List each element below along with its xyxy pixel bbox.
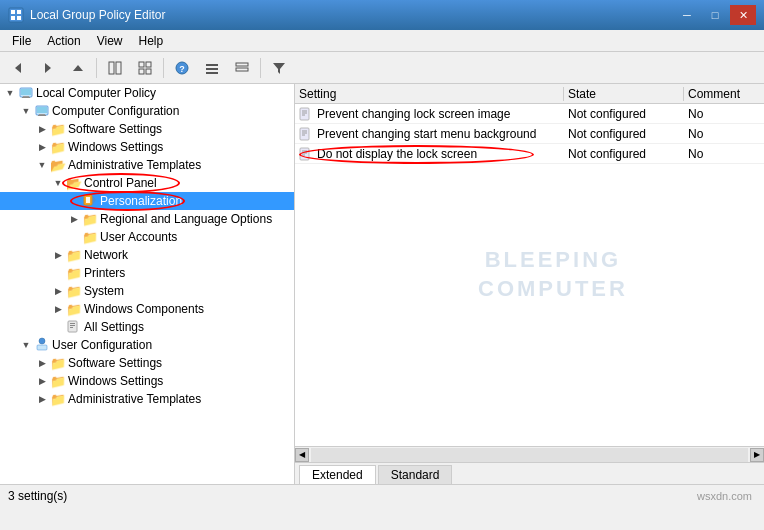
tree-item-system[interactable]: ▶ 📁 System xyxy=(0,282,294,300)
svg-rect-18 xyxy=(206,72,218,74)
maximize-button[interactable]: □ xyxy=(702,5,728,25)
watermark: BLEEPING COMPUTER xyxy=(478,246,628,303)
right-pane-wrapper: Setting State Comment BLEEPING COMPUTER xyxy=(295,84,764,484)
tab-extended[interactable]: Extended xyxy=(299,465,376,484)
svg-rect-29 xyxy=(38,115,46,116)
col-header-setting[interactable]: Setting xyxy=(295,87,564,101)
title-bar-left: Local Group Policy Editor xyxy=(8,7,165,23)
icon-regional-language: 📁 xyxy=(82,212,98,227)
tree-item-uc-administrative-templates[interactable]: ▶ 📁 Administrative Templates xyxy=(0,390,294,408)
label-uc-software-settings: Software Settings xyxy=(68,356,162,370)
svg-rect-25 xyxy=(22,97,30,98)
cell-setting-2: Prevent changing start menu background xyxy=(295,127,564,141)
icon-administrative-templates: 📂 xyxy=(50,158,66,173)
menu-bar: File Action View Help xyxy=(0,30,764,52)
view2-button[interactable] xyxy=(131,55,159,81)
expander-uc-windows-settings: ▶ xyxy=(34,376,50,386)
app-icon xyxy=(8,7,24,23)
icon-network: 📁 xyxy=(66,248,82,263)
tree-item-software-settings[interactable]: ▶ 📁 Software Settings xyxy=(0,120,294,138)
icon-software-settings: 📁 xyxy=(50,122,66,137)
menu-view[interactable]: View xyxy=(89,32,131,50)
tree-item-local-computer-policy[interactable]: ▼ Local Computer Policy xyxy=(0,84,294,102)
table-row[interactable]: Prevent changing start menu background N… xyxy=(295,124,764,144)
icon-uc-software-settings: 📁 xyxy=(50,356,66,371)
menu-help[interactable]: Help xyxy=(131,32,172,50)
tree-item-printers[interactable]: 📁 Printers xyxy=(0,264,294,282)
setting-text-2: Prevent changing start menu background xyxy=(317,127,536,141)
list-button[interactable] xyxy=(198,55,226,81)
menu-file[interactable]: File xyxy=(4,32,39,50)
tree-item-control-panel[interactable]: ▼ 📂 Control Panel xyxy=(0,174,294,192)
setting-text-3: Do not display the lock screen xyxy=(317,147,477,161)
svg-rect-39 xyxy=(300,108,309,120)
svg-rect-9 xyxy=(116,62,121,74)
svg-text:?: ? xyxy=(179,64,185,74)
minimize-button[interactable]: ─ xyxy=(674,5,700,25)
svg-marker-32 xyxy=(93,196,96,204)
horizontal-scrollbar[interactable]: ◀ ▶ xyxy=(295,446,764,462)
svg-marker-6 xyxy=(45,63,51,73)
label-network: Network xyxy=(84,248,128,262)
icon-local-computer-policy xyxy=(18,85,34,102)
tree-item-user-accounts[interactable]: 📁 User Accounts xyxy=(0,228,294,246)
tree-item-personalization[interactable]: Personalization xyxy=(0,192,294,210)
tree-item-uc-windows-settings[interactable]: ▶ 📁 Windows Settings xyxy=(0,372,294,390)
help-button[interactable]: ? xyxy=(168,55,196,81)
icon-user-accounts: 📁 xyxy=(82,230,98,245)
tree-item-computer-configuration[interactable]: ▼ Computer Configuration xyxy=(0,102,294,120)
svg-rect-2 xyxy=(17,10,21,14)
back-button[interactable] xyxy=(4,55,32,81)
svg-point-37 xyxy=(39,338,45,344)
icon-uc-administrative-templates: 📁 xyxy=(50,392,66,407)
svg-rect-23 xyxy=(21,89,31,95)
svg-rect-38 xyxy=(37,345,47,350)
svg-rect-10 xyxy=(139,62,144,67)
expander-network: ▶ xyxy=(50,250,66,260)
tree-item-windows-settings[interactable]: ▶ 📁 Windows Settings xyxy=(0,138,294,156)
tree-item-administrative-templates[interactable]: ▼ 📂 Administrative Templates xyxy=(0,156,294,174)
tree-item-user-configuration[interactable]: ▼ User Configuration xyxy=(0,336,294,354)
cell-comment-1: No xyxy=(684,107,764,121)
toolbar-sep-3 xyxy=(260,58,261,78)
tree-pane[interactable]: ▼ Local Computer Policy ▼ xyxy=(0,84,295,484)
table-row[interactable]: Prevent changing lock screen image Not c… xyxy=(295,104,764,124)
svg-rect-43 xyxy=(300,128,309,140)
tree-item-network[interactable]: ▶ 📁 Network xyxy=(0,246,294,264)
toolbar: ? xyxy=(0,52,764,84)
expander-control-panel: ▼ xyxy=(50,178,66,188)
col-header-comment[interactable]: Comment xyxy=(684,87,764,101)
col-header-state[interactable]: State xyxy=(564,87,684,101)
branding-text: wsxdn.com xyxy=(697,490,752,502)
scroll-track[interactable] xyxy=(311,448,748,462)
watermark-line1: BLEEPING xyxy=(478,246,628,275)
window-title: Local Group Policy Editor xyxy=(30,8,165,22)
menu-action[interactable]: Action xyxy=(39,32,88,50)
svg-rect-34 xyxy=(70,323,75,324)
forward-button[interactable] xyxy=(34,55,62,81)
label-windows-settings: Windows Settings xyxy=(68,140,163,154)
svg-rect-33 xyxy=(68,321,77,332)
details-button[interactable] xyxy=(228,55,256,81)
label-personalization: Personalization xyxy=(100,194,182,208)
scroll-left-arrow[interactable]: ◀ xyxy=(295,448,309,462)
close-button[interactable]: ✕ xyxy=(730,5,756,25)
show-hide-button[interactable] xyxy=(101,55,129,81)
cell-state-1: Not configured xyxy=(564,107,684,121)
icon-uc-windows-settings: 📁 xyxy=(50,374,66,389)
up-button[interactable] xyxy=(64,55,92,81)
tree-item-windows-components[interactable]: ▶ 📁 Windows Components xyxy=(0,300,294,318)
tree-item-all-settings[interactable]: All Settings xyxy=(0,318,294,336)
expander-windows-settings: ▶ xyxy=(34,142,50,152)
cell-comment-2: No xyxy=(684,127,764,141)
scroll-right-arrow[interactable]: ▶ xyxy=(750,448,764,462)
svg-rect-27 xyxy=(37,107,47,113)
filter-button[interactable] xyxy=(265,55,293,81)
svg-rect-8 xyxy=(109,62,114,74)
table-body: BLEEPING COMPUTER Prevent changing lock … xyxy=(295,104,764,446)
icon-system: 📁 xyxy=(66,284,82,299)
tree-item-uc-software-settings[interactable]: ▶ 📁 Software Settings xyxy=(0,354,294,372)
table-row[interactable]: Do not display the lock screen Not confi… xyxy=(295,144,764,164)
tab-standard[interactable]: Standard xyxy=(378,465,453,484)
tree-item-regional-language[interactable]: ▶ 📁 Regional and Language Options xyxy=(0,210,294,228)
